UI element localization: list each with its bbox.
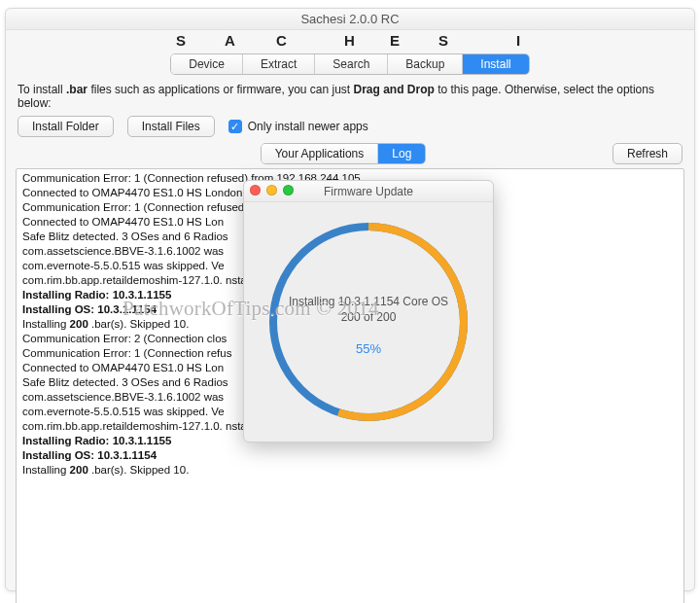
tab-install[interactable]: Install bbox=[463, 54, 528, 74]
only-newer-label: Only install newer apps bbox=[248, 120, 368, 133]
check-icon: ✓ bbox=[228, 120, 242, 133]
close-icon[interactable] bbox=[250, 185, 261, 195]
refresh-button[interactable]: Refresh bbox=[612, 143, 682, 164]
content-tabs: Your ApplicationsLog bbox=[261, 143, 427, 164]
firmware-percent: 55% bbox=[244, 341, 493, 356]
main-tabs: DeviceExtractSearchBackupInstall bbox=[170, 53, 529, 75]
subtab-log[interactable]: Log bbox=[378, 144, 425, 163]
tab-search[interactable]: Search bbox=[315, 54, 388, 74]
toolbar: Install Folder Install Files ✓ Only inst… bbox=[6, 116, 694, 143]
tab-device[interactable]: Device bbox=[171, 54, 243, 74]
main-window: Sachesi 2.0.0 RC SACHESI DeviceExtractSe… bbox=[5, 8, 695, 591]
instructions-text: To install .bar files such as applicatio… bbox=[6, 81, 694, 116]
firmware-status-text: Installing 10.3.1.1154 Core OS 200 of 20… bbox=[244, 295, 493, 356]
firmware-dialog-titlebar: Firmware Update bbox=[244, 181, 493, 202]
window-title: Sachesi 2.0.0 RC bbox=[6, 9, 694, 30]
install-files-button[interactable]: Install Files bbox=[127, 116, 215, 137]
log-line: Installing OS: 10.3.1.1154 bbox=[22, 448, 678, 463]
subtab-your-applications[interactable]: Your Applications bbox=[262, 144, 379, 163]
tab-backup[interactable]: Backup bbox=[388, 54, 463, 74]
firmware-update-dialog: Firmware Update Installing 10.3.1.1154 C… bbox=[243, 180, 494, 443]
install-folder-button[interactable]: Install Folder bbox=[18, 116, 114, 137]
log-line: Installing 200 .bar(s). Skipped 10. bbox=[22, 463, 678, 478]
zoom-icon[interactable] bbox=[283, 185, 294, 195]
minimize-icon[interactable] bbox=[266, 185, 277, 195]
window-controls[interactable] bbox=[250, 185, 294, 195]
firmware-dialog-title: Firmware Update bbox=[324, 185, 413, 198]
only-newer-checkbox[interactable]: ✓ Only install newer apps bbox=[228, 120, 368, 133]
tab-extract[interactable]: Extract bbox=[243, 54, 315, 74]
logo-letters: SACHESI bbox=[6, 32, 694, 52]
